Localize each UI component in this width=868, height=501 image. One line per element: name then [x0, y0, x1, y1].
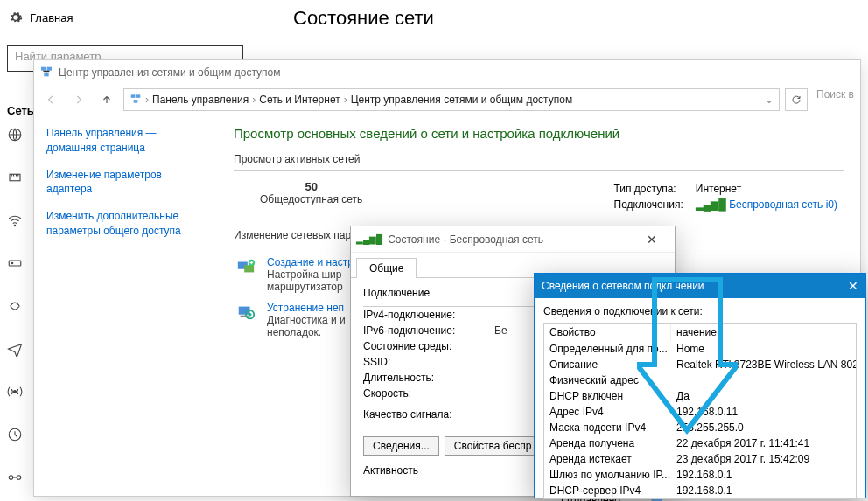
ipv6-value: Бе	[494, 324, 508, 337]
details-title: Сведения о сетевом подкл чении	[542, 280, 704, 292]
proxy-icon[interactable]	[7, 470, 26, 488]
prop-key: Аренда получена	[544, 435, 671, 451]
close-button[interactable]: ✕	[848, 279, 858, 293]
back-button[interactable]	[39, 88, 62, 111]
prop-value: 192.168.0.1	[671, 483, 856, 498]
settings-sidebar	[7, 127, 26, 488]
chevron-down-icon[interactable]: ⌄	[765, 94, 774, 106]
data-icon[interactable]	[7, 427, 26, 445]
prop-value	[671, 372, 856, 388]
prop-key: Физический адрес	[544, 372, 671, 388]
troubleshoot-icon	[234, 302, 258, 323]
details-button[interactable]: Сведения...	[363, 436, 439, 456]
speed-label: Скорость:	[363, 387, 494, 400]
table-row[interactable]: Физический адрес	[544, 372, 856, 388]
create-desc1: Настройка шир	[267, 268, 354, 281]
prop-key: DHCP-сервер IPv4	[544, 483, 671, 498]
sharing-settings-link[interactable]: Изменить дополнительные параметры общего…	[46, 209, 206, 239]
airplane-icon[interactable]	[7, 341, 26, 359]
svg-point-7	[9, 476, 13, 480]
signal-icon: ▂▄▆█	[356, 234, 382, 244]
create-connection-link[interactable]: Создание и настр	[267, 256, 354, 268]
svg-rect-16	[244, 265, 254, 272]
svg-point-8	[17, 476, 21, 480]
wifi-props-button[interactable]: Свойства беспр	[444, 436, 542, 456]
crumb-sharing-center[interactable]: Центр управления сетями и общим доступом	[351, 94, 573, 106]
close-button[interactable]: ✕	[634, 233, 669, 247]
table-row[interactable]: ОписаниеRealtek RTl 3723BE Wireless LAN …	[544, 357, 856, 372]
connections-label: Подключения:	[609, 198, 689, 212]
table-row[interactable]: Аренда истекает23 декабря 2017 г. 15:42:…	[544, 451, 856, 467]
table-row[interactable]: DHCP-сервер IPv4192.168.0.1	[544, 483, 856, 498]
create-desc2: маршрутизатор	[267, 281, 354, 293]
table-row[interactable]: Определенный для по...Home	[544, 341, 856, 357]
access-type-label: Тип доступа:	[609, 182, 689, 196]
network-center-icon	[39, 65, 53, 81]
prop-value: 23 декабря 2017 г. 15:42:09	[671, 451, 856, 467]
ethernet-icon[interactable]	[7, 170, 26, 188]
col-value[interactable]: начение	[671, 324, 723, 341]
prop-value: Home	[671, 341, 856, 357]
cp-home-link[interactable]: Панель управления — домашняя страница	[46, 126, 206, 156]
svg-point-4	[11, 262, 13, 264]
table-row[interactable]: Адрес IPv4192.168.0.11	[544, 404, 856, 420]
crumb-control-panel[interactable]: Панель управления	[152, 94, 248, 106]
forward-button[interactable]	[67, 88, 90, 111]
prop-value: 192.168.0.1	[671, 467, 856, 483]
prop-value: 22 декабря 2017 г. 11:41:41	[671, 435, 856, 451]
svg-rect-9	[41, 66, 46, 70]
signal-icon: ▂▄▆█	[696, 198, 726, 211]
status-title: Состояние - Беспроводная сеть	[388, 233, 543, 246]
breadcrumb[interactable]: › Панель управления› Сеть и Интернет› Це…	[123, 88, 780, 111]
col-property[interactable]: Свойство	[544, 324, 671, 341]
ssid-label: SSID:	[363, 356, 494, 368]
table-row[interactable]: DHCP включенДа	[544, 388, 856, 404]
svg-rect-10	[47, 66, 52, 70]
table-row[interactable]: Аренда получена22 декабря 2017 г. 11:41:…	[544, 435, 856, 451]
hotspot-icon[interactable]	[7, 384, 26, 402]
prop-value: 255.255.255.0	[671, 420, 856, 435]
network-profile: Общедоступная сеть	[260, 193, 362, 205]
details-subtitle: Сведения о подключении к сети:	[543, 305, 857, 317]
table-row[interactable]: Шлюз по умолчанию IP...192.168.0.1	[544, 467, 856, 483]
tab-general[interactable]: Общие	[356, 258, 416, 278]
svg-point-5	[14, 391, 17, 393]
status-icon[interactable]	[7, 127, 26, 145]
refresh-button[interactable]	[785, 88, 808, 111]
network-center-icon	[130, 93, 142, 108]
left-pane: Панель управления — домашняя страница Из…	[34, 115, 218, 496]
ipv6-label: IPv6-подключение:	[363, 324, 494, 337]
connection-link[interactable]: Беспроводная сеть i0)	[729, 198, 837, 211]
crumb-network[interactable]: Сеть и Интернет	[259, 94, 340, 106]
troubleshoot-link[interactable]: Устранение неп	[267, 302, 344, 314]
network-name: 50	[260, 180, 362, 193]
trouble-desc1: Диагностика и и	[267, 314, 346, 326]
prop-value: Realtek RTl 3723BE Wireless LAN 802.1	[671, 357, 856, 372]
svg-rect-14	[134, 100, 138, 103]
section-label: Сеть	[7, 104, 34, 117]
gear-icon	[9, 10, 23, 24]
up-button[interactable]	[95, 88, 118, 111]
trouble-desc2: неполадок.	[267, 326, 346, 338]
prop-key: Аренда истекает	[544, 451, 671, 467]
active-networks-label: Просмотр активных сетей	[234, 153, 844, 165]
rp-title: Просмотр основных сведений о сети и наст…	[234, 126, 844, 141]
dialup-icon[interactable]	[7, 255, 26, 274]
vpn-icon[interactable]	[7, 298, 26, 317]
home-link[interactable]: Главная	[30, 11, 73, 24]
table-row[interactable]: Маска подсети IPv4255.255.255.0	[544, 420, 856, 435]
signal-label: Качество сигнала:	[363, 408, 494, 421]
adapter-settings-link[interactable]: Изменение параметров адаптера	[46, 168, 206, 198]
prop-key: DHCP включен	[544, 388, 671, 404]
properties-table: Свойство начение Определенный для по...H…	[543, 323, 857, 499]
wifi-icon[interactable]	[7, 212, 26, 231]
svg-rect-3	[9, 261, 21, 266]
search-control-panel[interactable]: Поиск в	[813, 88, 855, 111]
prop-value: Да	[671, 388, 856, 404]
ipv4-label: IPv4-подключение:	[363, 309, 494, 321]
prop-value: 192.168.0.11	[671, 404, 856, 420]
svg-point-2	[14, 225, 16, 226]
access-type-value: Интернет	[690, 182, 843, 196]
prop-key: Шлюз по умолчанию IP...	[544, 467, 671, 483]
prop-key: Маска подсети IPv4	[544, 420, 671, 435]
